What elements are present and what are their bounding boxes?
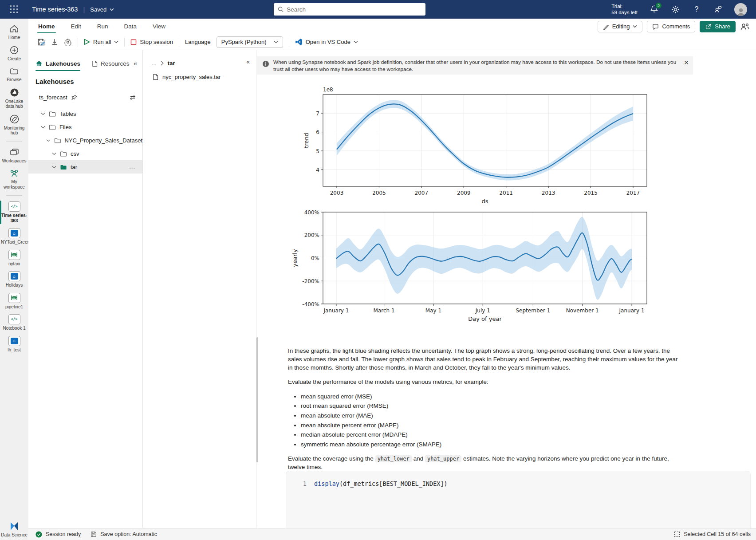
stop-session-button[interactable]: Stop session <box>130 39 173 45</box>
cell-selection-status: Selected Cell 15 of 64 cells <box>674 531 751 537</box>
lakehouse-root-row[interactable]: ts_forecast <box>39 94 136 101</box>
close-banner-icon[interactable]: ✕ <box>684 59 689 66</box>
collapse-explorer-icon[interactable]: « <box>134 60 137 67</box>
pipeline-icon <box>8 293 20 303</box>
editing-mode-button[interactable]: Editing <box>598 21 643 32</box>
markdown-cell[interactable]: In these graphs, the light blue shading … <box>288 347 683 477</box>
saved-status[interactable]: Saved <box>90 6 114 13</box>
svg-text:September 1: September 1 <box>516 307 551 314</box>
help-icon[interactable]: ? <box>692 4 701 14</box>
notifications-bell-icon[interactable]: 2 <box>649 4 659 14</box>
svg-text:200%: 200% <box>304 232 319 238</box>
notebook-settings-button[interactable] <box>64 38 72 46</box>
more-options-icon[interactable]: ... <box>129 164 135 170</box>
share-button[interactable]: Share <box>700 21 736 32</box>
rail-item-pipeline1[interactable]: pipeline1 <box>0 293 28 310</box>
account-avatar[interactable] <box>734 3 747 16</box>
tree-item-tar[interactable]: tar ... <box>28 160 142 173</box>
rail-item-create[interactable]: Create <box>0 45 28 62</box>
rail-item-notebook-1[interactable]: </> Notebook 1 <box>0 314 28 331</box>
notebook-scrollbar[interactable] <box>256 337 258 462</box>
folder-selected-icon <box>60 164 67 170</box>
rail-item-onelake[interactable]: OneLake data hub <box>0 87 28 109</box>
trend-chart: 2003200520072009201120132015201745671e8d… <box>291 87 652 210</box>
tab-view[interactable]: View <box>153 19 165 34</box>
rail-item-my-workspace[interactable]: My workspace <box>0 168 28 189</box>
settings-gear-icon[interactable] <box>670 4 680 14</box>
file-browser-panel: ... tar « nyc_property_sales.tar <box>143 50 256 528</box>
tree-item-csv[interactable]: csv <box>28 147 142 160</box>
svg-text:7: 7 <box>316 110 319 117</box>
collapse-files-icon[interactable]: « <box>246 58 250 65</box>
svg-text:2005: 2005 <box>372 190 386 196</box>
topbar-actions: Trial: 59 days left 2 ? <box>611 3 756 16</box>
tab-lakehouses[interactable]: Lakehouses <box>35 57 80 70</box>
save-icon <box>37 38 45 46</box>
pin-icon <box>71 95 77 101</box>
lakehouse-tree: Tables Files NYC_Property_Sales_Dataset … <box>28 107 142 173</box>
save-button[interactable] <box>37 38 45 46</box>
rail-item-lh-test[interactable]: ⌂ lh_test <box>0 336 28 353</box>
info-icon <box>262 60 269 67</box>
metrics-list: mean squared error (MSE) root mean squar… <box>301 392 683 449</box>
rail-item-time-series-363[interactable]: </> Time series-363 <box>0 201 28 223</box>
save-icon <box>91 531 97 537</box>
code-text[interactable]: display(df_metrics[BEST_MODEL_INDEX]) <box>314 480 448 487</box>
feedback-icon[interactable] <box>713 4 723 14</box>
run-all-button[interactable]: Run all <box>84 39 118 45</box>
svg-text:2007: 2007 <box>415 190 429 196</box>
svg-text:400%: 400% <box>304 209 319 216</box>
svg-text:0%: 0% <box>311 255 319 261</box>
svg-text:2009: 2009 <box>457 190 471 196</box>
svg-text:2017: 2017 <box>626 190 640 196</box>
tab-home[interactable]: Home <box>38 19 55 34</box>
tree-item-nyc-property-sales-dataset[interactable]: NYC_Property_Sales_Dataset <box>28 134 142 147</box>
rail-item-home[interactable]: Home <box>0 24 28 40</box>
svg-text:yearly: yearly <box>291 249 298 267</box>
open-vscode-button[interactable]: Open in VS Code <box>295 38 358 46</box>
tab-resources[interactable]: Resources <box>92 57 130 70</box>
rail-item-nytaxi-green[interactable]: ⌂ NYTaxi_Green <box>0 228 28 245</box>
export-button[interactable] <box>51 38 58 46</box>
people-icon[interactable] <box>740 23 750 31</box>
file-item[interactable]: nyc_property_sales.tar <box>153 74 256 80</box>
tab-edit[interactable]: Edit <box>71 19 81 34</box>
svg-text:March 1: March 1 <box>374 307 395 314</box>
tab-data[interactable]: Data <box>124 19 137 34</box>
svg-text:November 1: November 1 <box>566 307 599 314</box>
rail-item-nytaxi[interactable]: nytaxi <box>0 250 28 267</box>
language-dropdown[interactable]: PySpark (Python) <box>217 36 283 48</box>
code-cell[interactable]: 1 display(df_metrics[BEST_MODEL_INDEX]) <box>286 471 751 528</box>
notebook-canvas: When using Synapse notebook and Spark jo… <box>256 50 756 528</box>
rail-item-workspaces[interactable]: Workspaces <box>0 148 28 164</box>
svg-text:January 1: January 1 <box>619 307 645 314</box>
search-input[interactable] <box>287 6 421 13</box>
chevron-down-icon <box>114 40 118 43</box>
chevron-down-icon <box>41 112 45 115</box>
tree-item-tables[interactable]: Tables <box>28 107 142 120</box>
document-icon <box>92 60 98 67</box>
app-launcher-icon[interactable] <box>0 0 28 19</box>
yearly-seasonality-chart: January 1March 1May 1July 1September 1No… <box>291 204 652 327</box>
rail-divider <box>6 142 22 142</box>
chevron-down-icon <box>52 152 56 155</box>
stop-icon <box>130 39 137 45</box>
tab-run[interactable]: Run <box>97 19 108 34</box>
rail-item-data-science[interactable]: Data Science <box>0 521 28 538</box>
rail-item-monitoring[interactable]: Monitoring hub <box>0 114 28 136</box>
switch-lakehouse-icon[interactable] <box>129 95 136 100</box>
rail-item-browse[interactable]: Browse <box>0 66 28 83</box>
list-item: median absolute percent error (MDAPE) <box>301 430 683 439</box>
breadcrumb-ellipsis[interactable]: ... <box>152 60 157 67</box>
title-divider: | <box>83 6 85 13</box>
comments-button[interactable]: Comments <box>647 21 695 32</box>
save-option-status[interactable]: Save option: Automatic <box>91 531 157 537</box>
rail-item-holidays[interactable]: ⌂ Holidays <box>0 271 28 288</box>
notebook-icon: </> <box>8 201 20 212</box>
svg-text:5: 5 <box>316 148 319 154</box>
selection-icon <box>674 531 680 537</box>
chevron-down-icon <box>633 25 637 28</box>
status-bar: Session ready Save option: Automatic Sel… <box>28 528 756 540</box>
tree-item-files[interactable]: Files <box>28 120 142 134</box>
folder-icon <box>49 111 56 117</box>
